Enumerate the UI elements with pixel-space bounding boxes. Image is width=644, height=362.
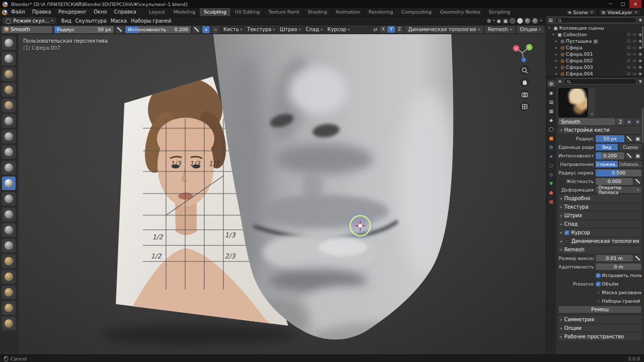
filter-icon[interactable]: ▼ bbox=[639, 18, 642, 23]
tool-dropdown[interactable]: Спад▾ bbox=[304, 27, 325, 32]
expand-arrow-icon[interactable]: ▸ bbox=[555, 52, 559, 56]
outliner-object-row[interactable]: ▸ ◎ Сфера.003 ▨ ☑ ▭ ◉ bbox=[546, 64, 644, 70]
menu-item[interactable]: Справка bbox=[111, 8, 140, 16]
pressure-icon[interactable] bbox=[625, 152, 633, 159]
mode-selector[interactable]: ◯ Режим скул... ▾ bbox=[3, 17, 56, 24]
radius-pressure-icon[interactable] bbox=[116, 26, 123, 33]
hardness-slider[interactable]: 0.000 bbox=[596, 178, 633, 185]
pan-hand-icon[interactable] bbox=[520, 77, 529, 87]
expand-arrow-icon[interactable]: ▸ bbox=[555, 65, 559, 69]
collapsed-section-header[interactable]: ▸ Опции bbox=[558, 324, 641, 332]
properties-tab[interactable]: ▦ bbox=[547, 198, 555, 205]
hide-viewport-icon[interactable]: ▭ bbox=[632, 65, 636, 69]
sculpt-tool-button[interactable] bbox=[2, 52, 16, 65]
select-checkbox-icon[interactable]: ☑ bbox=[627, 71, 630, 76]
sculpt-tool-button[interactable] bbox=[2, 270, 16, 284]
scene-unlink-icon[interactable]: × bbox=[590, 10, 594, 15]
workspace-tab[interactable]: Texture Paint bbox=[264, 8, 303, 16]
brush-name-field[interactable]: Smooth bbox=[558, 118, 615, 125]
sculpt-tool-button[interactable] bbox=[2, 208, 16, 221]
sculpt-tool-button[interactable] bbox=[2, 192, 16, 206]
expand-arrow-icon[interactable]: ▾ bbox=[548, 26, 552, 30]
fake-user-shield-icon[interactable]: ◈ bbox=[625, 118, 633, 125]
viewport-menu-item[interactable]: Маска bbox=[109, 18, 128, 24]
sculpt-tool-button[interactable] bbox=[2, 145, 16, 159]
sculpt-tool-button[interactable] bbox=[2, 36, 16, 50]
section-checkbox[interactable] bbox=[565, 230, 570, 235]
properties-tab[interactable]: ∗ bbox=[547, 153, 555, 159]
sculpt-tool-button[interactable] bbox=[2, 254, 16, 268]
viewport-canvas[interactable]: 1/3 1/3 1/3 1/2 1/3 1/2 2/3 bbox=[18, 34, 546, 354]
outliner-scrollbar[interactable] bbox=[642, 26, 643, 48]
deformation-select[interactable]: Оператор Лапласа ▾ bbox=[596, 187, 641, 193]
dyntopo-section-header[interactable]: ▸ Динамическая топология bbox=[558, 237, 641, 245]
properties-tab[interactable]: ⚙ bbox=[547, 144, 555, 150]
workspace-tab[interactable]: Sculpting bbox=[200, 8, 230, 16]
strength-slider[interactable]: 0.200 bbox=[596, 152, 624, 159]
select-checkbox-icon[interactable]: ☑ bbox=[627, 39, 630, 43]
scene-selector[interactable]: ◆ Scene × bbox=[565, 9, 597, 16]
radius-options-icon[interactable]: ▣ bbox=[634, 135, 641, 142]
sculpt-tool-button[interactable] bbox=[2, 83, 16, 97]
outliner-object-row[interactable]: ▸ ◎ Пустышка ▨ ☑ ▭ ◉ bbox=[546, 38, 644, 44]
fix-poles-checkbox[interactable] bbox=[596, 273, 601, 278]
hide-viewport-icon[interactable]: ▭ bbox=[632, 32, 636, 37]
expand-arrow-icon[interactable]: ▸ bbox=[555, 46, 559, 50]
direction-option[interactable]: Сглажив... bbox=[596, 161, 618, 167]
strength-options-icon[interactable]: ▣ bbox=[634, 152, 641, 159]
menu-item[interactable]: Рендеринг bbox=[55, 8, 90, 16]
properties-tab[interactable]: ⚙ bbox=[547, 80, 555, 87]
menu-item[interactable]: Правка bbox=[29, 8, 55, 16]
sculpt-tool-button[interactable] bbox=[2, 67, 16, 81]
remesh-button[interactable]: Ремеш bbox=[558, 306, 641, 313]
shading-rendered-button[interactable] bbox=[532, 18, 538, 24]
zoom-icon[interactable] bbox=[520, 65, 529, 75]
strength-slider[interactable]: Интенсивность 0.200 bbox=[125, 26, 191, 33]
sculpt-tool-button[interactable] bbox=[2, 223, 16, 237]
expand-arrow-icon[interactable]: ▸ bbox=[555, 72, 559, 76]
blender-menu-icon[interactable] bbox=[2, 10, 8, 15]
outliner-object-row[interactable]: ▸ ◎ Сфера ▨ ☑ ▭ ◉ bbox=[546, 44, 644, 51]
collection-row[interactable]: ▾ ▣ Collection ☑ ▭ ◉ bbox=[546, 31, 644, 38]
collapsed-section-header[interactable]: ▸ Курсор bbox=[558, 229, 641, 236]
collapsed-section-header[interactable]: ▸ Подробно bbox=[558, 195, 641, 202]
select-checkbox-icon[interactable]: ☑ bbox=[627, 52, 630, 56]
properties-tab[interactable]: ◉ bbox=[547, 89, 555, 96]
tool-dropdown[interactable]: Кисть▾ bbox=[221, 27, 244, 32]
dyntopo-checkbox[interactable] bbox=[565, 239, 570, 244]
collapsed-section-header[interactable]: ▸ Спад bbox=[558, 220, 641, 228]
sculpt-tool-button[interactable] bbox=[2, 130, 16, 143]
workspace-tab[interactable]: Geometry Nodes bbox=[436, 8, 485, 16]
sculpt-tool-button[interactable] bbox=[2, 99, 16, 112]
workspace-tab[interactable]: Rendering bbox=[365, 8, 398, 16]
pressure-icon[interactable] bbox=[634, 178, 641, 185]
tool-dropdown[interactable]: Текстура▾ bbox=[245, 27, 277, 32]
section-brush-settings[interactable]: ▾ Настройки кисти bbox=[558, 126, 641, 134]
overlays-icon[interactable]: ◉ bbox=[497, 18, 501, 24]
workspace-tab[interactable]: Compositing bbox=[397, 8, 436, 16]
sculpt-tool-button[interactable] bbox=[2, 239, 16, 252]
properties-tab[interactable]: ■ bbox=[547, 135, 555, 141]
select-checkbox-icon[interactable]: ☑ bbox=[627, 45, 630, 50]
brush-users-count[interactable]: 2 bbox=[616, 118, 624, 125]
disable-render-icon[interactable]: ◉ bbox=[638, 32, 642, 37]
outliner-object-row[interactable]: ▸ ◎ Сфера.001 ▨ ☑ ▭ ◉ bbox=[546, 51, 644, 57]
properties-tab[interactable]: ○ bbox=[547, 162, 555, 168]
select-checkbox-icon[interactable]: ☑ bbox=[627, 58, 630, 63]
tool-dropdown[interactable]: Курсор▾ bbox=[326, 27, 352, 32]
brush-preview[interactable] bbox=[558, 88, 588, 117]
brush-preview-expand[interactable]: ▾ bbox=[589, 88, 595, 117]
properties-search[interactable] bbox=[564, 78, 637, 84]
strength-pressure-icon[interactable] bbox=[193, 26, 200, 33]
minimize-button[interactable]: ─ bbox=[604, 0, 616, 8]
voxel-size-field[interactable]: 0.01 m bbox=[596, 255, 633, 261]
active-brush-field[interactable]: Smooth bbox=[2, 26, 52, 33]
toggle-ortho-icon[interactable] bbox=[520, 102, 529, 111]
expand-arrow-icon[interactable]: ▾ bbox=[552, 33, 556, 37]
mirror-axis-toggle[interactable]: Y bbox=[387, 26, 395, 33]
hide-viewport-icon[interactable]: ▭ bbox=[632, 71, 636, 76]
hide-viewport-icon[interactable]: ▭ bbox=[632, 52, 636, 56]
collapsed-section-header[interactable]: ▸ Симметрия bbox=[558, 316, 641, 323]
popover-button[interactable]: Remesh▾ bbox=[485, 26, 515, 33]
outliner-search[interactable] bbox=[555, 17, 637, 23]
